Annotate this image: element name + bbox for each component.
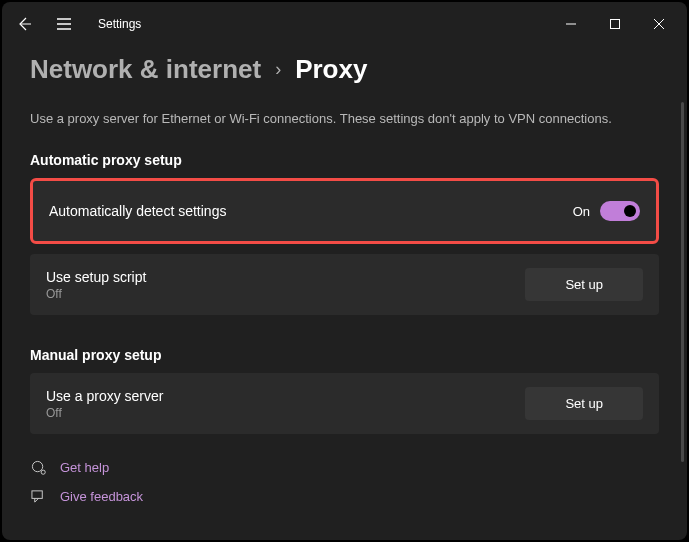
setup-script-status: Off	[46, 287, 525, 301]
feedback-icon	[30, 489, 46, 504]
titlebar: Settings	[2, 2, 687, 46]
breadcrumb-parent[interactable]: Network & internet	[30, 54, 261, 85]
svg-rect-3	[31, 491, 41, 499]
setup-script-label: Use setup script	[46, 269, 525, 285]
page-description: Use a proxy server for Ethernet or Wi-Fi…	[30, 111, 659, 126]
setup-script-card: Use setup script Off Set up	[30, 254, 659, 315]
proxy-server-button[interactable]: Set up	[525, 387, 643, 420]
give-feedback-link[interactable]: Give feedback	[30, 489, 659, 504]
page-title: Proxy	[295, 54, 367, 85]
svg-rect-0	[611, 20, 620, 29]
scrollbar[interactable]	[681, 102, 684, 462]
maximize-button[interactable]	[593, 9, 637, 39]
proxy-server-status: Off	[46, 406, 525, 420]
proxy-server-label: Use a proxy server	[46, 388, 525, 404]
chevron-right-icon: ›	[275, 59, 281, 80]
proxy-server-card: Use a proxy server Off Set up	[30, 373, 659, 434]
minimize-button[interactable]	[549, 9, 593, 39]
close-button[interactable]	[637, 9, 681, 39]
section-manual-title: Manual proxy setup	[30, 347, 659, 363]
auto-detect-state: On	[573, 204, 590, 219]
setup-script-button[interactable]: Set up	[525, 268, 643, 301]
help-icon	[30, 460, 46, 475]
svg-point-1	[32, 461, 42, 471]
get-help-label: Get help	[60, 460, 109, 475]
auto-detect-toggle[interactable]	[600, 201, 640, 221]
breadcrumb: Network & internet › Proxy	[30, 54, 659, 85]
back-button[interactable]	[8, 8, 40, 40]
auto-detect-label: Automatically detect settings	[49, 203, 573, 219]
auto-detect-card: Automatically detect settings On	[30, 178, 659, 244]
section-auto-title: Automatic proxy setup	[30, 152, 659, 168]
window-title: Settings	[98, 17, 141, 31]
give-feedback-label: Give feedback	[60, 489, 143, 504]
get-help-link[interactable]: Get help	[30, 460, 659, 475]
svg-point-2	[41, 470, 45, 474]
menu-icon[interactable]	[48, 8, 80, 40]
